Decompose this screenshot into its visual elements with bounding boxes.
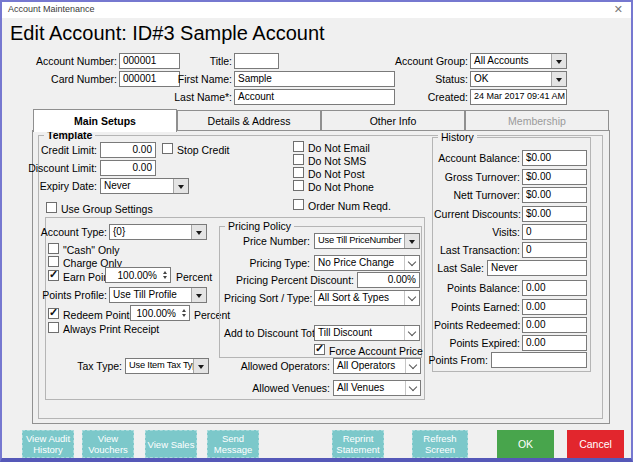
redeem-points-checkbox[interactable] [48, 308, 59, 319]
tax-type-select[interactable]: Use Item Tax Type [125, 358, 209, 374]
points-from-value[interactable] [491, 352, 587, 368]
account-group-label: Account Group: [370, 55, 468, 67]
points-expired-value[interactable]: 0.00 [522, 335, 587, 351]
allowed-operators-label: Allowed Operators: [232, 360, 330, 372]
title-bar: Account Maintenance ✕ [2, 2, 631, 18]
discount-limit-label: Discount Limit: [22, 162, 97, 174]
points-earned-label: Points Earned: [434, 301, 520, 313]
redeem-points-percent-stepper[interactable]: 100.00% [130, 305, 190, 321]
send-message-button[interactable]: Send Message [207, 430, 259, 458]
tab-membership[interactable]: Membership [465, 110, 609, 131]
expiry-date-label: Expiry Date: [22, 180, 97, 192]
points-redeemed-label: Points Redeemed: [434, 319, 520, 331]
dropdown-arrow-icon[interactable] [191, 225, 206, 239]
do-not-phone-checkbox[interactable] [293, 180, 304, 191]
allowed-venues-select[interactable]: All Venues [333, 380, 421, 396]
account-type-select[interactable]: {0} [109, 224, 207, 240]
ok-button[interactable]: OK [497, 430, 554, 458]
view-sales-button[interactable]: View Sales [145, 430, 197, 458]
do-not-email-checkbox[interactable] [293, 141, 304, 152]
dropdown-arrow-icon[interactable] [173, 179, 188, 193]
dropdown-chevron-icon[interactable] [404, 291, 419, 305]
view-audit-history-button[interactable]: View Audit History [22, 430, 74, 458]
pricing-percent-discount-label: Pricing Percent Discount: [224, 274, 354, 286]
do-not-post-checkbox[interactable] [293, 167, 304, 178]
stop-credit-checkbox[interactable] [162, 143, 173, 154]
allowed-venues-label: Allowed Venues: [232, 382, 330, 394]
points-profile-value: Use Till Profile [110, 288, 191, 302]
account-group-select[interactable]: All Accounts [470, 53, 567, 69]
account-maintenance-window: Account Maintenance ✕ Edit Account: ID#3… [0, 0, 633, 462]
points-balance-value[interactable]: 0.00 [522, 280, 587, 296]
account-balance-value[interactable]: $0.00 [522, 150, 587, 166]
credit-limit-label: Credit Limit: [22, 144, 97, 156]
price-number-label: Price Number: [224, 235, 310, 247]
last-transaction-value[interactable]: 0 [522, 242, 587, 258]
pricing-percent-discount-input[interactable]: 0.00% [357, 272, 420, 288]
pricing-sort-type-select[interactable]: All Sort & Types [314, 290, 420, 306]
always-print-receipt-checkbox[interactable] [48, 322, 59, 333]
view-vouchers-button[interactable]: View Vouchers [82, 430, 134, 458]
points-redeemed-value[interactable]: 0.00 [522, 317, 587, 333]
do-not-sms-label: Do Not SMS [308, 155, 366, 167]
stepper-arrows-icon[interactable] [178, 306, 189, 320]
earn-points-percent-stepper[interactable]: 100.00% [105, 267, 171, 283]
nett-turnover-value[interactable]: $0.00 [522, 187, 587, 203]
gross-turnover-value[interactable]: $0.00 [522, 169, 587, 185]
price-number-select[interactable]: Use Till PriceNumber [314, 233, 420, 249]
reprint-statement-button[interactable]: Reprint Statement [332, 430, 384, 458]
dropdown-chevron-icon[interactable] [405, 381, 420, 395]
discount-limit-input[interactable]: 0.00 [100, 160, 156, 176]
points-earned-value[interactable]: 0.00 [522, 299, 587, 315]
visits-value[interactable]: 0 [522, 224, 587, 240]
window-title: Account Maintenance [8, 4, 95, 14]
card-number-input[interactable]: 000001 [119, 71, 180, 87]
pricing-type-select[interactable]: No Price Change [314, 255, 420, 271]
pricing-sort-type-value: All Sort & Types [315, 291, 404, 305]
current-discounts-value[interactable]: $0.00 [522, 206, 587, 222]
tab-other-info[interactable]: Other Info [321, 110, 465, 131]
cancel-button[interactable]: Cancel [567, 430, 624, 458]
force-account-price-checkbox[interactable] [314, 344, 325, 355]
dropdown-chevron-icon[interactable] [405, 359, 420, 373]
created-label: Created: [370, 91, 468, 103]
last-transaction-label: Last Transaction: [434, 244, 520, 256]
tax-type-label: Tax Type: [50, 360, 122, 372]
points-profile-select[interactable]: Use Till Profile [109, 287, 207, 303]
cash-only-checkbox[interactable] [48, 243, 59, 254]
do-not-sms-checkbox[interactable] [293, 154, 304, 165]
dropdown-arrow-icon[interactable] [551, 54, 566, 68]
dropdown-arrow-icon[interactable] [404, 234, 419, 248]
expiry-date-select[interactable]: Never [100, 178, 189, 194]
use-group-settings-checkbox[interactable] [46, 202, 57, 213]
do-not-phone-label: Do Not Phone [308, 181, 374, 193]
page-title: Edit Account: ID#3 Sample Account [10, 22, 325, 45]
order-num-reqd-label: Order Num Reqd. [308, 200, 391, 212]
charge-only-checkbox[interactable] [48, 256, 59, 267]
order-num-reqd-checkbox[interactable] [293, 199, 304, 210]
stepper-arrows-icon[interactable] [159, 268, 170, 282]
points-profile-label: Points Profile: [30, 289, 107, 301]
dropdown-chevron-icon[interactable] [404, 326, 419, 340]
refresh-screen-button[interactable]: Refresh Screen [412, 430, 468, 458]
title-input[interactable] [234, 53, 279, 69]
last-sale-value[interactable]: Never [487, 260, 587, 276]
dropdown-arrow-icon[interactable] [551, 72, 566, 86]
close-icon[interactable]: ✕ [614, 3, 623, 16]
tab-main-setups[interactable]: Main Setups [33, 109, 177, 132]
expiry-date-value: Never [101, 179, 173, 193]
title-label: Title: [182, 55, 232, 67]
status-select[interactable]: OK [470, 71, 567, 87]
earn-points-checkbox[interactable] [48, 270, 59, 281]
dropdown-arrow-icon[interactable] [193, 359, 208, 373]
earn-points-percent-value: 100.00% [106, 270, 159, 281]
account-number-input[interactable]: 000001 [119, 53, 180, 69]
tab-details-address[interactable]: Details & Address [177, 110, 321, 131]
allowed-operators-select[interactable]: All Operators [333, 358, 421, 374]
credit-limit-input[interactable]: 0.00 [100, 142, 156, 158]
add-to-discount-total-select[interactable]: Till Discount [314, 325, 420, 341]
dropdown-arrow-icon[interactable] [191, 288, 206, 302]
dropdown-chevron-icon[interactable] [404, 256, 419, 270]
stop-credit-label: Stop Credit [177, 144, 230, 156]
add-to-discount-total-value: Till Discount [315, 326, 404, 340]
